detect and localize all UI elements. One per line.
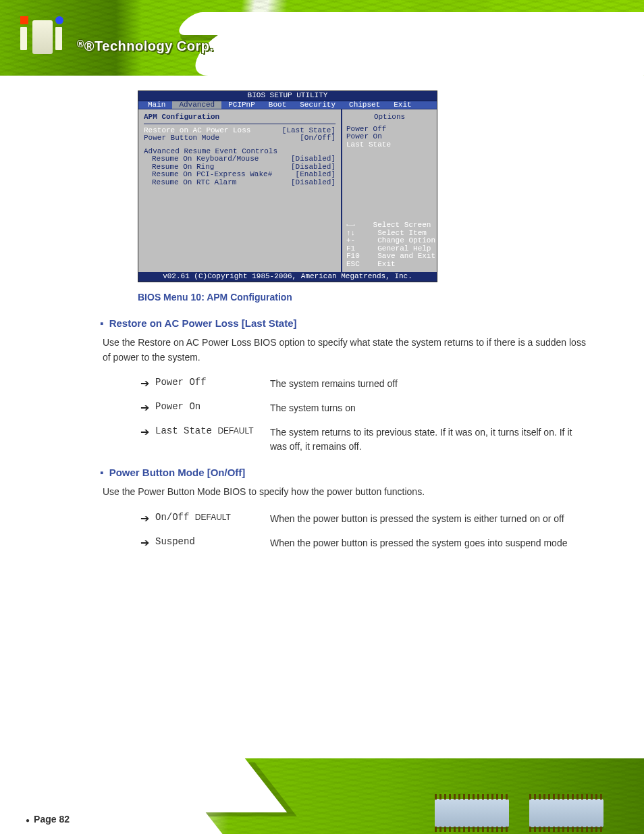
bios-option-selected: Last State	[346, 141, 433, 149]
default-tag: DEFAULT	[195, 513, 231, 522]
bios-divider	[144, 124, 336, 124]
bios-right-pane: Options Power Off Power On Last State ←→…	[342, 109, 437, 272]
option-value-name: Power Off	[155, 377, 270, 388]
bullet-icon: ●	[26, 816, 30, 824]
bios-tab-boot: Boot	[262, 101, 293, 109]
option-value-row: ➔ Suspend When the power button is press…	[140, 536, 590, 551]
bios-body: APM Configuration Restore on AC Power Lo…	[138, 109, 437, 272]
option-value-row: ➔ Power Off The system remains turned of…	[140, 377, 590, 392]
bios-nav-row: ESC Exit	[346, 261, 433, 269]
arrow-icon: ➔	[140, 536, 155, 549]
option-block: ▪ Restore on AC Power Loss [Last State] …	[100, 317, 590, 454]
default-tag: DEFAULT	[217, 426, 253, 436]
option-value-row: ➔ Last State DEFAULT The system returns …	[140, 425, 590, 454]
bios-option: Power On	[346, 133, 433, 141]
option-header: ▪ Restore on AC Power Loss [Last State]	[100, 317, 590, 329]
bios-left-pane: APM Configuration Restore on AC Power Lo…	[138, 109, 342, 272]
bios-setting-label: Resume On RTC Alarm	[152, 179, 291, 187]
bios-nav-help: ←→ Select Screen ↑↓ Select Item +- Chang…	[346, 221, 433, 268]
option-value-name: On/Off DEFAULT	[155, 512, 270, 523]
option-block: ▪ Power Button Mode [On/Off] Use the Pow…	[100, 467, 590, 550]
option-value-text: When the power button is pressed the sys…	[270, 536, 590, 551]
page-content: BIOS SETUP UTILITY Main Advanced PCIPnP …	[0, 76, 644, 758]
bios-footer: v02.61 (C)Copyright 1985-2006, American …	[138, 272, 437, 282]
bios-section-title: APM Configuration	[144, 113, 336, 122]
bios-setting-label: Power Button Mode	[144, 134, 300, 142]
option-value-row: ➔ On/Off DEFAULT When the power button i…	[140, 512, 590, 527]
bios-tab-main: Main	[141, 101, 172, 109]
option-value-text: The system remains turned off	[270, 377, 590, 392]
bios-tab-chipset: Chipset	[342, 101, 387, 109]
option-description: Use the Restore on AC Power Loss BIOS op…	[103, 336, 590, 365]
bios-setting-value: [On/Off]	[300, 134, 336, 142]
brand-logo: ®®Technology Corp.	[20, 16, 214, 57]
bios-options-title: Options	[346, 113, 433, 122]
figure-caption: BIOS Menu 10: APM Configuration	[138, 292, 590, 303]
arrow-icon: ➔	[140, 512, 155, 525]
footer-banner: ●Page 82	[0, 758, 644, 834]
bios-setting-row: Power Button Mode [On/Off]	[144, 134, 336, 142]
option-value-row: ➔ Power On The system turns on	[140, 401, 590, 416]
bios-title: BIOS SETUP UTILITY	[138, 91, 437, 101]
option-header: ▪ Power Button Mode [On/Off]	[100, 467, 590, 478]
bios-menu-screenshot: BIOS SETUP UTILITY Main Advanced PCIPnP …	[138, 90, 437, 282]
bios-tab-exit: Exit	[387, 101, 418, 109]
bios-tab-advanced: Advanced	[172, 101, 221, 109]
option-value-text: The system returns to its previous state…	[270, 425, 590, 454]
page-number: ●Page 82	[26, 814, 70, 825]
header-swoosh-2	[182, 23, 644, 76]
iei-logo-mark	[20, 16, 69, 57]
option-value-name: Power On	[155, 401, 270, 412]
option-value-name: Last State DEFAULT	[155, 425, 270, 436]
bios-tabs: Main Advanced PCIPnP Boot Security Chips…	[138, 101, 437, 109]
bios-setting-value: [Disabled]	[291, 179, 336, 187]
brand-text: ®®Technology Corp.	[77, 38, 214, 54]
option-value-name: Suspend	[155, 536, 270, 547]
option-description: Use the Power Button Mode BIOS to specif…	[103, 485, 590, 500]
header-banner: ®®Technology Corp.	[0, 0, 644, 76]
chip-graphic-icon	[529, 799, 603, 827]
bios-tab-security: Security	[293, 101, 342, 109]
arrow-icon: ➔	[140, 377, 155, 390]
bios-setting-row: Resume On RTC Alarm [Disabled]	[144, 179, 336, 187]
option-value-text: The system turns on	[270, 401, 590, 416]
bios-tab-pcipnp: PCIPnP	[221, 101, 262, 109]
arrow-icon: ➔	[140, 401, 155, 414]
option-value-list: ➔ Power Off The system remains turned of…	[140, 377, 590, 454]
arrow-icon: ➔	[140, 425, 155, 438]
option-value-list: ➔ On/Off DEFAULT When the power button i…	[140, 512, 590, 550]
option-value-text: When the power button is pressed the sys…	[270, 512, 590, 527]
chip-graphic-icon	[435, 799, 509, 827]
registered-mark: ®	[77, 38, 84, 49]
